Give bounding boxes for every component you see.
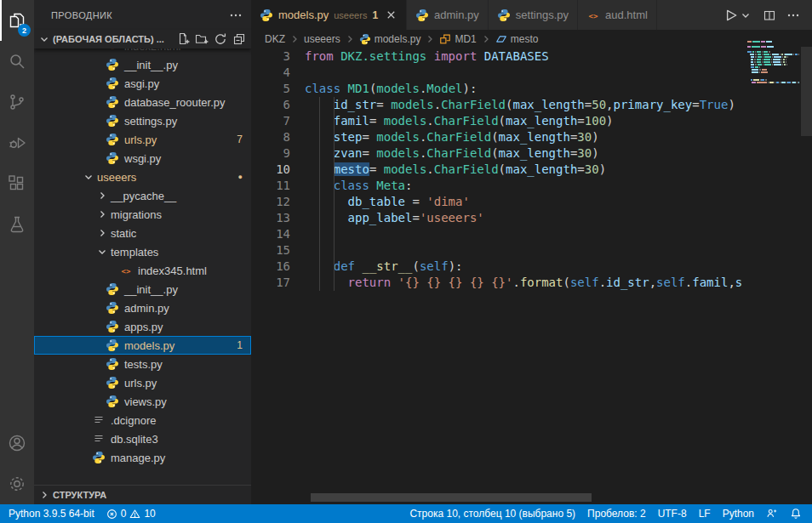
testing-icon [7,214,27,235]
tree-item-label: database_roouter.py [124,96,226,109]
status-notifications[interactable] [790,508,802,520]
activity-item-testing[interactable] [0,204,34,245]
activity-item-run-debug[interactable] [0,122,34,163]
tree-item-label: __init__.py [124,59,178,71]
line-number: 13 [251,210,290,226]
code-editor[interactable]: 3from DKZ.settings import DATABASES45cla… [251,48,812,291]
activity-item-account[interactable] [0,423,34,463]
status-feedback[interactable] [766,508,778,520]
status-eol[interactable]: LF [699,508,711,520]
tab-label: models.py [278,9,329,21]
breadcrumb-item-DKZ[interactable]: DKZ [265,33,285,45]
indent-guide [334,275,335,291]
tree-file-db.sqlite3[interactable]: db.sqlite3 [34,429,251,448]
tree-file-views.py[interactable]: views.py [34,392,251,411]
svg-text:<>: <> [108,48,117,51]
line-number: 11 [251,178,290,194]
html-icon: <> [586,9,600,22]
line-number: 17 [251,275,290,291]
new-file-button[interactable] [176,32,190,46]
status-python-version[interactable]: Python 3.9.5 64-bit [9,508,94,520]
status-bar: Python 3.9.5 64-bit010 Строка 10, столбе… [0,504,812,523]
error-icon [106,509,117,520]
line-number: 5 [251,81,290,97]
status-text: Строка 10, столбец 10 (выбрано 5) [409,508,575,520]
activity-item-extensions[interactable] [0,163,34,204]
activity-item-explorer[interactable]: 2 [0,0,34,41]
tree-item-label: models.py [124,339,174,352]
tree-item-label: tests.py [124,358,163,371]
tree-item-label: migrations [111,208,162,221]
breadcrumb-label: useeers [304,33,340,45]
refresh-button[interactable] [214,32,227,46]
collapse-all-button[interactable] [232,32,246,46]
tree-file-asgi.py[interactable]: asgi.py [34,74,251,93]
tab-admin.py[interactable]: admin.py [407,0,489,30]
settings-gear-icon [7,474,27,494]
tab-label: settings.py [516,9,569,21]
split-editor-button[interactable] [763,9,776,22]
activity-item-source-control[interactable] [0,82,34,122]
status-indentation[interactable]: Пробелов: 2 [587,508,646,520]
line-number: 9 [251,145,290,162]
code-line-10: 10 mesto= models.CharField(max_length=30… [251,162,812,178]
tree-file-index2.html[interactable]: <>index2.html [34,48,251,55]
breadcrumb-item-mesto[interactable]: mesto [495,33,539,45]
tree-file-urls.py[interactable]: urls.py7 [34,130,251,149]
tree-file-admin.py[interactable]: admin.py [34,298,251,317]
run-button[interactable] [723,8,752,23]
tree-item-label: index2.html [124,48,180,53]
activity-item-settings[interactable] [0,463,34,504]
horizontal-scrollbar[interactable] [311,493,592,502]
breadcrumb-label: DKZ [265,33,285,45]
tree-file-settings.py[interactable]: settings.py [34,111,251,130]
status-problems[interactable]: 010 [106,508,156,520]
breadcrumb-item-models.py[interactable]: models.py [359,33,421,45]
indent-guide [334,242,335,259]
tree-file-database_roouter.py[interactable]: database_roouter.py [34,93,251,111]
tree-file-tests.py[interactable]: tests.py [34,355,251,373]
tree-file-index345.html[interactable]: <>index345.html [34,261,251,280]
tree-folder-migrations[interactable]: migrations [34,205,251,224]
tree-folder-static[interactable]: static [34,224,251,242]
tree-file-wsgi.py[interactable]: wsgi.py [34,149,251,168]
tree-file-manage.py[interactable]: manage.py [34,448,251,467]
status-language-mode[interactable]: Python [723,508,754,520]
tree-folder-__pycache__[interactable]: __pycache__ [34,186,251,205]
minimap[interactable] [747,41,800,84]
breadcrumb-item-MD1[interactable]: MD1 [439,33,476,45]
line-number: 16 [251,259,290,275]
tree-file-models.py[interactable]: models.py1 [34,336,251,355]
activity-item-search[interactable] [0,41,34,82]
status-text: Python [723,508,754,520]
status-encoding[interactable]: UTF-8 [658,508,687,520]
tree-item-label: urls.py [124,377,157,389]
editor-more-button[interactable] [786,9,800,22]
new-folder-button[interactable] [195,32,209,46]
outline-section-header[interactable]: СТРУКТУРА [34,485,251,504]
tab-aud.html[interactable]: <>aud.html [578,0,657,30]
tree-item-label: .dcignore [111,414,156,427]
code-line-13: 13 app_label='useeers' [251,210,812,226]
python-icon [106,301,119,315]
minimap-line [747,51,800,53]
chevron-right-icon [288,32,301,46]
tree-file-.dcignore[interactable]: .dcignore [34,411,251,429]
vertical-scrollbar[interactable] [801,47,812,136]
tree-file-apps.py[interactable]: apps.py [34,317,251,336]
breadcrumb-item-useeers[interactable]: useeers [304,33,340,45]
tree-file-__init__.py[interactable]: __init__.py [34,55,251,74]
workspace-label: (РАБОЧАЯ ОБЛАСТЬ) ... [53,34,164,44]
minimap-line [747,69,800,71]
tree-folder-templates[interactable]: templates [34,242,251,261]
close-icon[interactable] [385,9,397,21]
explorer-more-button[interactable] [229,9,243,22]
breadcrumb: DKZuseeersmodels.pyMD1mesto [251,30,812,48]
tree-file-urls.py[interactable]: urls.py [34,373,251,392]
tree-file-__init__.py[interactable]: __init__.py [34,280,251,298]
tab-settings.py[interactable]: settings.py [489,0,578,30]
tab-models.py[interactable]: models.pyuseeers1 [251,0,407,30]
tree-folder-useeers[interactable]: useeers● [34,168,251,186]
workspace-section-header[interactable]: (РАБОЧАЯ ОБЛАСТЬ) ... [34,30,251,48]
status-cursor-position[interactable]: Строка 10, столбец 10 (выбрано 5) [409,508,575,520]
